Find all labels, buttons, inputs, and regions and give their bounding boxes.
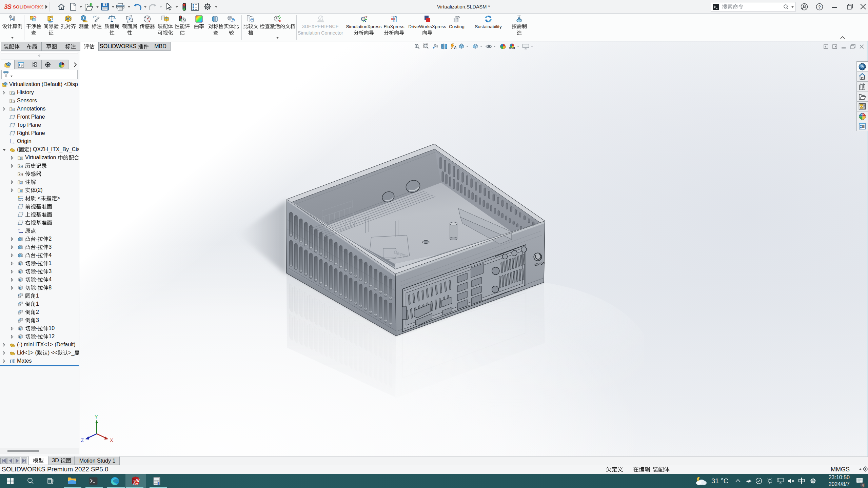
svg-text:3S: 3S [4, 3, 12, 10]
svg-text:SOLIDWORKS: SOLIDWORKS [13, 4, 43, 9]
svg-text:Z: Z [81, 438, 84, 443]
svg-text:2022: 2022 [133, 483, 138, 485]
svg-text:X: X [110, 438, 113, 443]
svg-text:A: A [12, 108, 14, 111]
svg-text:?: ? [251, 18, 253, 22]
svg-text:A: A [20, 181, 22, 184]
svg-text:Y: Y [95, 415, 98, 420]
svg-text:?: ? [232, 19, 234, 22]
svg-text:?: ? [818, 4, 821, 9]
svg-text:W: W [136, 479, 140, 483]
